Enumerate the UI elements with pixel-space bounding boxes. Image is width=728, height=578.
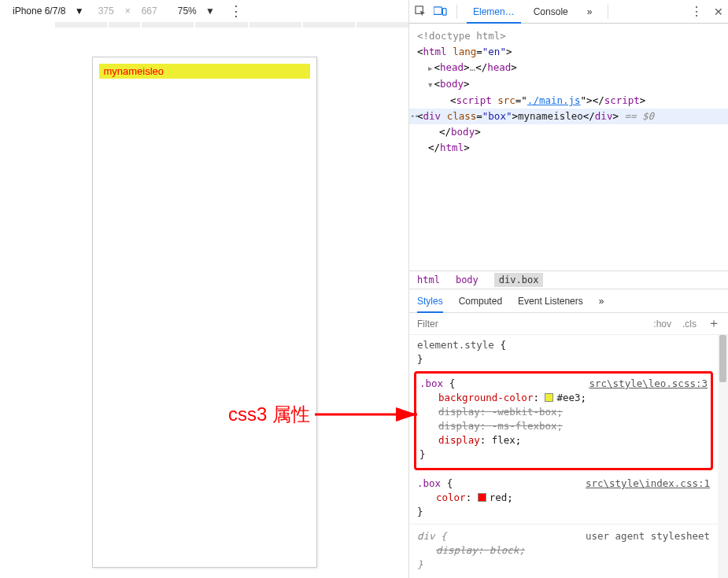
tab-console[interactable]: Console bbox=[527, 0, 575, 24]
source-label: user agent stylesheet bbox=[586, 529, 710, 543]
box-rule-css[interactable]: src\style\index.css:1 .box { color: red;… bbox=[417, 477, 710, 519]
subtab-more[interactable]: » bbox=[599, 289, 604, 313]
source-link[interactable]: src\style\leo.scss:3 bbox=[589, 377, 708, 391]
styles-filter-row: :hov .cls ＋ bbox=[409, 313, 728, 335]
devtools-tabbar: Elemen… Console » ⋮ ✕ bbox=[409, 0, 728, 24]
device-viewport[interactable]: mynameisleo bbox=[92, 57, 317, 568]
subtab-styles[interactable]: Styles bbox=[417, 289, 443, 313]
times-label: × bbox=[125, 6, 131, 17]
crumb-html[interactable]: html bbox=[417, 274, 440, 285]
devtools-menu-icon[interactable]: ⋮ bbox=[690, 4, 703, 19]
doctype-node[interactable]: <!doctype html> bbox=[417, 28, 720, 44]
svg-rect-3 bbox=[442, 9, 446, 15]
source-link[interactable]: src\style\index.css:1 bbox=[586, 477, 710, 491]
box-element[interactable]: mynameisleo bbox=[99, 64, 310, 79]
kebab-menu-icon[interactable]: ⋮ bbox=[229, 2, 243, 20]
hov-toggle[interactable]: :hov bbox=[653, 318, 671, 329]
viewport-height[interactable]: 667 bbox=[142, 6, 157, 17]
head-node[interactable]: ▶<head>…</head> bbox=[417, 60, 720, 76]
device-selector[interactable]: iPhone 6/7/8 ▼ bbox=[9, 6, 87, 17]
script-node[interactable]: <script src="./main.js"></script> bbox=[417, 93, 720, 109]
ruler bbox=[0, 22, 408, 33]
scrollbar[interactable] bbox=[718, 335, 728, 578]
device-toolbar: iPhone 6/7/8 ▼ 375 × 667 75% ▼ ⋮ bbox=[0, 0, 408, 22]
crumb-body[interactable]: body bbox=[456, 274, 479, 285]
device-toggle-icon[interactable] bbox=[434, 5, 447, 18]
styles-panel[interactable]: element.style { } src\style\leo.scss:3 .… bbox=[409, 335, 718, 578]
box-rule-scss[interactable]: src\style\leo.scss:3 .box { background-c… bbox=[419, 377, 708, 462]
ua-div-rule[interactable]: user agent stylesheet div { display: blo… bbox=[417, 529, 710, 572]
cls-toggle[interactable]: .cls bbox=[682, 318, 697, 329]
dom-tree[interactable]: <!doctype html> <html lang="en"> ▶<head>… bbox=[409, 24, 728, 271]
breadcrumb: html body div.box bbox=[409, 271, 728, 289]
styles-filter-input[interactable] bbox=[417, 318, 642, 329]
subtab-events[interactable]: Event Listeners bbox=[518, 289, 583, 313]
body-node[interactable]: ▼<body> bbox=[417, 76, 720, 93]
zoom-selector[interactable]: 75% ▼ bbox=[175, 6, 218, 17]
inspect-icon[interactable] bbox=[414, 5, 427, 18]
html-close[interactable]: </html> bbox=[417, 140, 720, 156]
html-node[interactable]: <html lang="en"> bbox=[417, 44, 720, 60]
tab-more[interactable]: » bbox=[581, 0, 599, 24]
svg-rect-2 bbox=[434, 7, 442, 14]
styles-tabs: Styles Computed Event Listeners » bbox=[409, 289, 728, 313]
new-style-rule-icon[interactable]: ＋ bbox=[708, 315, 720, 332]
subtab-computed[interactable]: Computed bbox=[459, 289, 502, 313]
crumb-divbox[interactable]: div.box bbox=[494, 273, 544, 287]
close-icon[interactable]: ✕ bbox=[714, 6, 723, 18]
viewport-width[interactable]: 375 bbox=[98, 6, 114, 17]
body-close[interactable]: </body> bbox=[417, 124, 720, 140]
element-style-rule[interactable]: element.style { } bbox=[417, 338, 710, 366]
tab-elements[interactable]: Elemen… bbox=[467, 0, 521, 24]
selected-div-node[interactable]: <div class="box">mynameisleo</div> == $0 bbox=[409, 109, 728, 124]
